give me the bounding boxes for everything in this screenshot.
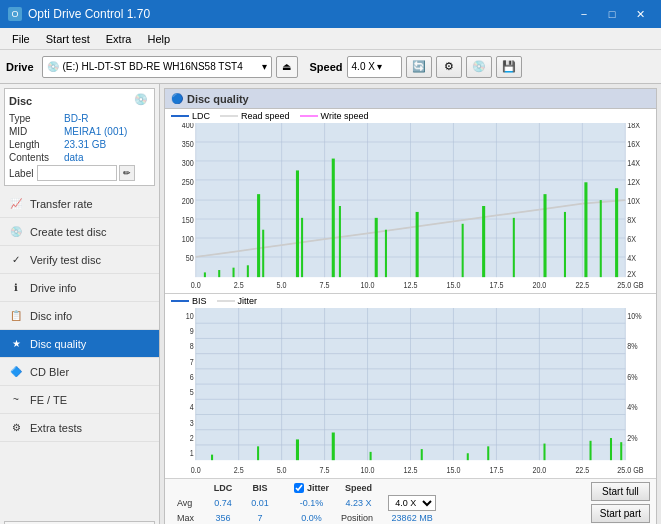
jitter-checkbox[interactable] (294, 483, 304, 493)
bis-legend-color (171, 300, 189, 302)
menu-help[interactable]: Help (139, 31, 178, 47)
mid-label: MID (9, 126, 64, 137)
disc-info-icon: 📋 (8, 308, 24, 324)
window-title: Opti Drive Control 1.70 (28, 7, 150, 21)
write-speed-legend-label: Write speed (321, 111, 369, 121)
svg-rect-61 (482, 206, 485, 277)
minimize-button[interactable]: − (571, 4, 597, 24)
sidebar-nav: 📈 Transfer rate 💿 Create test disc ✓ Ver… (0, 190, 159, 442)
svg-text:300: 300 (182, 158, 194, 168)
sidebar-item-verify-test-disc[interactable]: ✓ Verify test disc (0, 246, 159, 274)
sidebar-item-extra-tests[interactable]: ⚙ Extra tests (0, 414, 159, 442)
svg-text:10.0: 10.0 (361, 464, 375, 474)
stats-col-jitter-header (276, 482, 288, 494)
nav-disc-quality-label: Disc quality (30, 338, 86, 350)
svg-text:17.5: 17.5 (489, 464, 503, 474)
svg-rect-124 (590, 441, 592, 460)
svg-rect-67 (615, 188, 618, 277)
jitter-label: Jitter (307, 483, 329, 493)
mid-value: MEIRA1 (001) (64, 126, 127, 137)
svg-text:10X: 10X (627, 196, 640, 206)
max-bis: 7 (244, 512, 276, 524)
sidebar-item-disc-quality[interactable]: ★ Disc quality (0, 330, 159, 358)
sidebar-item-fe-te[interactable]: ~ FE / TE (0, 386, 159, 414)
position-value: 23862 MB (382, 512, 442, 524)
label-edit-button[interactable]: ✏ (119, 165, 135, 181)
svg-text:4%: 4% (627, 401, 638, 412)
quality-panel: 🔵 Disc quality LDC Read speed (164, 88, 657, 524)
svg-rect-64 (564, 212, 566, 277)
create-test-disc-icon: 💿 (8, 224, 24, 240)
nav-extra-tests-label: Extra tests (30, 422, 82, 434)
ldc-chart-container: LDC Read speed Write speed (165, 109, 656, 294)
refresh-button[interactable]: 🔄 (406, 56, 432, 78)
close-button[interactable]: ✕ (627, 4, 653, 24)
svg-rect-59 (416, 212, 419, 277)
svg-text:12.5: 12.5 (404, 464, 418, 474)
stats-col-jitter: Jitter (288, 482, 335, 494)
label-input[interactable] (37, 165, 117, 181)
toolbar: Drive 💿 (E:) HL-DT-ST BD-RE WH16NS58 TST… (0, 50, 661, 84)
svg-text:200: 200 (182, 196, 194, 206)
ldc-legend-color (171, 115, 189, 117)
speed-select-stats[interactable]: 4.0 X (388, 495, 436, 511)
save-button[interactable]: 💾 (496, 56, 522, 78)
svg-rect-58 (385, 230, 387, 277)
charts-area: LDC Read speed Write speed (165, 109, 656, 524)
contents-label: Contents (9, 152, 64, 163)
stats-col-ldc: LDC (202, 482, 244, 494)
type-label: Type (9, 113, 64, 124)
length-value: 23.31 GB (64, 139, 106, 150)
svg-text:2: 2 (190, 432, 194, 443)
sidebar-item-create-test-disc[interactable]: 💿 Create test disc (0, 218, 159, 246)
drive-label: Drive (6, 61, 34, 73)
menu-extra[interactable]: Extra (98, 31, 140, 47)
stats-panel: LDC BIS Jitter Speed (165, 478, 656, 524)
svg-text:5: 5 (190, 386, 194, 397)
svg-text:5.0: 5.0 (277, 464, 287, 474)
sidebar-item-disc-info[interactable]: 📋 Disc info (0, 302, 159, 330)
jitter-legend-label: Jitter (238, 296, 258, 306)
svg-text:25.0 GB: 25.0 GB (617, 464, 644, 474)
svg-text:12X: 12X (627, 177, 640, 187)
speed-select[interactable]: 4.0 X ▾ (347, 56, 402, 78)
sidebar-item-drive-info[interactable]: ℹ Drive info (0, 274, 159, 302)
position-label: Position (335, 512, 382, 524)
ldc-chart-svg: 400 350 300 250 200 150 100 50 18X 16X 1… (165, 123, 656, 289)
start-full-button[interactable]: Start full (591, 482, 650, 501)
svg-text:8X: 8X (627, 215, 636, 225)
svg-rect-51 (257, 194, 260, 277)
svg-rect-121 (467, 453, 469, 460)
read-speed-legend-label: Read speed (241, 111, 290, 121)
svg-text:6: 6 (190, 371, 194, 382)
svg-text:6X: 6X (627, 234, 636, 244)
svg-rect-66 (600, 200, 602, 277)
start-part-button[interactable]: Start part (591, 504, 650, 523)
svg-text:15.0: 15.0 (446, 280, 460, 289)
menu-file[interactable]: File (4, 31, 38, 47)
svg-rect-62 (513, 218, 515, 277)
label-field-label: Label (9, 168, 33, 179)
drive-select[interactable]: 💿 (E:) HL-DT-ST BD-RE WH16NS58 TST4 ▾ (42, 56, 272, 78)
svg-text:20.0: 20.0 (532, 464, 546, 474)
menu-start-test[interactable]: Start test (38, 31, 98, 47)
stats-col-speed: Speed (335, 482, 382, 494)
sidebar-item-transfer-rate[interactable]: 📈 Transfer rate (0, 190, 159, 218)
svg-text:3: 3 (190, 416, 194, 427)
svg-text:22.5: 22.5 (575, 280, 589, 289)
max-jitter: 0.0% (288, 512, 335, 524)
right-panel: 🔵 Disc quality LDC Read speed (160, 84, 661, 524)
type-value: BD-R (64, 113, 88, 124)
settings-button[interactable]: ⚙ (436, 56, 462, 78)
svg-rect-117 (296, 439, 299, 460)
jitter-legend-color (217, 300, 235, 302)
avg-speed-select: 4.0 X (382, 494, 442, 512)
bis-chart-container: BIS Jitter (165, 294, 656, 478)
svg-rect-115 (211, 455, 213, 461)
disc-action-button[interactable]: 💿 (466, 56, 492, 78)
sidebar-item-cd-bier[interactable]: 🔷 CD BIer (0, 358, 159, 386)
eject-button[interactable]: ⏏ (276, 56, 298, 78)
svg-rect-126 (620, 442, 622, 460)
maximize-button[interactable]: □ (599, 4, 625, 24)
title-bar: O Opti Drive Control 1.70 − □ ✕ (0, 0, 661, 28)
